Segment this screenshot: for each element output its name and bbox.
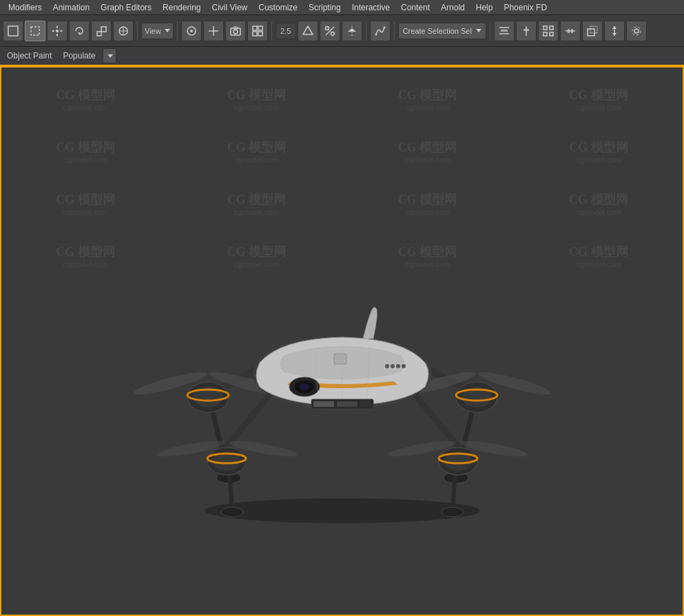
svg-point-2 — [56, 30, 59, 32]
svg-rect-41 — [524, 29, 529, 31]
svg-rect-102 — [313, 401, 334, 407]
svg-marker-9 — [52, 30, 54, 32]
view-dropdown[interactable]: View — [141, 23, 174, 39]
svg-point-98 — [391, 364, 395, 368]
menu-modifiers[interactable]: Modifiers — [3, 0, 48, 15]
svg-marker-28 — [303, 26, 313, 34]
rotate-btn[interactable] — [69, 21, 90, 41]
menu-phoenix-fd[interactable]: Phoenix FD — [498, 0, 552, 15]
svg-rect-26 — [253, 32, 257, 36]
main-toolbar: View 2.5 — [0, 15, 684, 47]
svg-rect-0 — [8, 26, 18, 36]
svg-point-36 — [383, 26, 385, 28]
drone-model — [101, 160, 583, 538]
svg-point-30 — [331, 32, 334, 35]
svg-rect-45 — [550, 32, 553, 36]
svg-rect-104 — [360, 401, 371, 407]
separator-3 — [271, 21, 272, 41]
svg-line-31 — [326, 27, 334, 35]
svg-rect-12 — [97, 32, 101, 36]
svg-marker-7 — [56, 25, 59, 28]
svg-point-66 — [221, 507, 243, 517]
svg-point-29 — [325, 26, 329, 30]
svg-marker-33 — [348, 28, 352, 32]
distribute-btn[interactable] — [560, 21, 581, 41]
menu-content[interactable]: Content — [395, 0, 435, 15]
svg-point-99 — [396, 364, 400, 368]
svg-marker-53 — [612, 33, 616, 36]
svg-rect-44 — [543, 32, 547, 36]
menu-interactive[interactable]: Interactive — [346, 0, 395, 15]
svg-rect-47 — [568, 29, 570, 33]
svg-point-56 — [205, 498, 480, 523]
separator-5 — [394, 21, 395, 41]
svg-point-55 — [632, 27, 641, 35]
percent-btn[interactable] — [320, 21, 340, 41]
populate-label[interactable]: Populate — [59, 51, 99, 61]
svg-marker-52 — [612, 26, 616, 29]
selection-set-dropdown[interactable]: Create Selection Sel — [398, 23, 486, 39]
svg-rect-96 — [334, 354, 346, 364]
svg-point-100 — [402, 364, 406, 368]
svg-point-97 — [385, 364, 389, 368]
menu-bar: Modifiers Animation Graph Editors Render… — [0, 0, 684, 15]
object-paint-label[interactable]: Object Paint — [3, 51, 56, 61]
menu-animation[interactable]: Animation — [48, 0, 95, 15]
scale-btn[interactable] — [91, 21, 112, 41]
menu-arnold[interactable]: Arnold — [435, 0, 470, 15]
select-box-btn[interactable] — [25, 21, 45, 41]
watermark: CG 模型网 cgmodel.com — [398, 87, 457, 111]
separator-6 — [490, 21, 490, 41]
transform-btn[interactable] — [113, 21, 134, 41]
svg-rect-43 — [550, 26, 553, 30]
secondary-toolbar: Object Paint Populate — [0, 47, 684, 66]
svg-point-54 — [634, 29, 639, 33]
watermark: CG 模型网 cgmodel.com — [56, 87, 115, 111]
menu-civil-view[interactable]: Civil View — [206, 0, 253, 15]
mirror-btn[interactable] — [342, 21, 362, 41]
curve-btn[interactable] — [370, 21, 391, 41]
snap2-btn[interactable] — [298, 21, 318, 41]
svg-point-22 — [234, 30, 238, 34]
svg-rect-1 — [31, 27, 39, 35]
svg-rect-103 — [337, 401, 357, 407]
svg-rect-38 — [501, 30, 508, 32]
viewport: CG 模型网 cgmodel.com CG 模型网 cgmodel.com CG… — [0, 66, 684, 616]
settings-btn[interactable] — [626, 21, 647, 41]
watermark: CG 模型网 cgmodel.com — [227, 87, 287, 111]
menu-scripting[interactable]: Scripting — [303, 0, 346, 15]
svg-marker-34 — [352, 28, 356, 32]
value-display: 2.5 — [276, 23, 296, 39]
svg-marker-8 — [56, 34, 59, 36]
svg-rect-25 — [258, 26, 262, 30]
menu-graph-editors[interactable]: Graph Editors — [95, 0, 157, 15]
svg-point-92 — [300, 383, 309, 390]
menu-customize[interactable]: Customize — [253, 0, 303, 15]
svg-point-18 — [190, 30, 193, 32]
array-btn[interactable] — [604, 21, 625, 41]
separator-4 — [366, 21, 366, 41]
menu-help[interactable]: Help — [470, 0, 499, 15]
separator-1 — [137, 21, 138, 41]
wireframe-btn[interactable] — [247, 21, 268, 41]
svg-rect-48 — [571, 29, 573, 33]
svg-rect-27 — [258, 32, 262, 36]
svg-marker-10 — [61, 30, 63, 32]
align-center-btn[interactable] — [516, 21, 537, 41]
separator-2 — [177, 21, 178, 41]
svg-rect-42 — [543, 26, 547, 30]
menu-rendering[interactable]: Rendering — [157, 0, 206, 15]
svg-rect-49 — [588, 29, 594, 36]
clone-btn[interactable] — [582, 21, 603, 41]
grid-btn[interactable] — [538, 21, 559, 41]
svg-rect-13 — [101, 27, 106, 32]
svg-rect-50 — [590, 26, 597, 33]
snap-btn[interactable] — [181, 21, 202, 41]
populate-dropdown[interactable] — [103, 48, 116, 63]
watermark: CG 模型网 cgmodel.com — [569, 87, 628, 111]
select-mode-btn[interactable] — [3, 21, 23, 41]
camera-btn[interactable] — [225, 21, 246, 41]
crosshair-btn[interactable] — [203, 21, 224, 41]
move-btn[interactable] — [47, 21, 68, 41]
align-left-btn[interactable] — [494, 21, 515, 41]
